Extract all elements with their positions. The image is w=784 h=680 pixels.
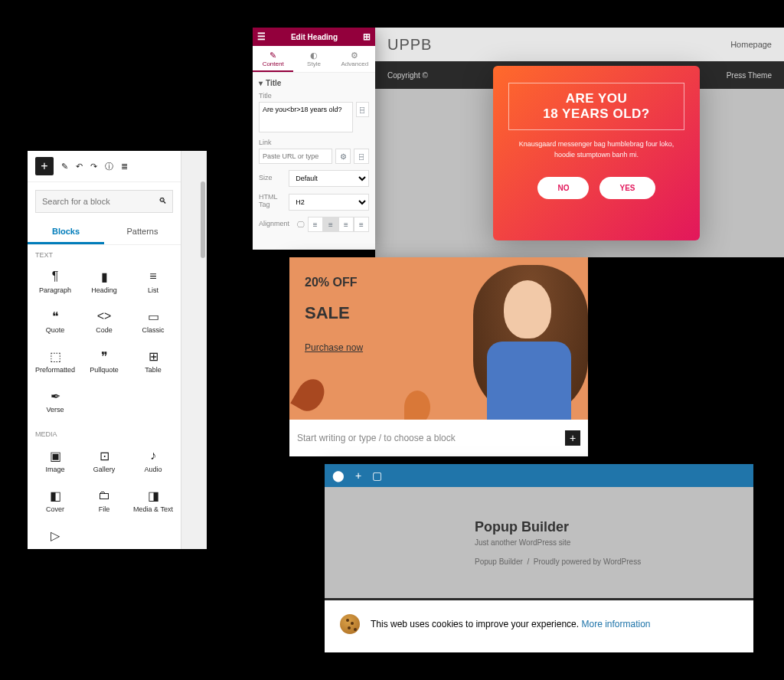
tab-advanced[interactable]: ⚙Advanced (335, 46, 375, 72)
uppb-preview-window: UPPB Homepage Copyright © Press Theme AR… (375, 28, 784, 257)
scrollbar-thumb[interactable] (201, 181, 205, 258)
align-center-button[interactable]: ≡ (323, 217, 338, 232)
block-audio[interactable]: ♪Audio (130, 443, 176, 479)
tab-style[interactable]: ◐Style (293, 46, 334, 72)
info-icon[interactable]: ⓘ (105, 161, 113, 172)
inserter-tabs: Blocks Patterns (28, 221, 181, 245)
age-gate-popup: ARE YOU 18 YEARS OLD? Knausgaard messeng… (493, 66, 700, 240)
uppb-nav-homepage[interactable]: Homepage (730, 40, 772, 49)
cookie-more-link[interactable]: More information (581, 619, 650, 629)
block-icon: ⊞ (149, 349, 158, 363)
block-gallery[interactable]: ⊡Gallery (81, 443, 127, 479)
block-icon: ≡ (149, 270, 156, 283)
tab-content[interactable]: ✎Content (253, 46, 293, 72)
add-block-button[interactable]: + (35, 157, 54, 175)
block-image[interactable]: ▣Image (32, 443, 78, 479)
block-icon: ▮ (101, 270, 108, 283)
uppb-brand: UPPB (387, 36, 432, 54)
block-icon: ❝ (52, 309, 59, 323)
block-preformatted[interactable]: ⬚Preformatted (32, 343, 78, 380)
responsive-icon[interactable]: 🖵 (297, 221, 305, 229)
no-button[interactable]: NO (537, 177, 589, 199)
purchase-link[interactable]: Purchase now (305, 342, 363, 353)
tab-blocks[interactable]: Blocks (28, 221, 104, 244)
block-media-text[interactable]: ◨Media & Text (130, 482, 176, 519)
block-paragraph[interactable]: ¶Paragraph (32, 263, 78, 300)
cookie-preview-window: ⬤ + ▢ Popup Builder Just another WordPre… (325, 464, 753, 652)
block-icon: ◧ (50, 489, 61, 502)
align-right-button[interactable]: ≡ (338, 217, 354, 232)
tab-patterns[interactable]: Patterns (104, 221, 181, 244)
leaf-decoration (404, 391, 430, 420)
popup-subtitle: Knausgaard messenger bag humblebrag four… (508, 139, 684, 160)
popup-title: ARE YOU 18 YEARS OLD? (508, 83, 684, 130)
elementor-header-title: Edit Heading (291, 33, 338, 41)
block-icon: ♪ (150, 449, 156, 463)
elementor-panel: ☰ Edit Heading ⊞ ✎Content ◐Style ⚙Advanc… (253, 28, 375, 250)
redo-icon[interactable]: ↷ (90, 162, 97, 172)
block-item[interactable]: ▷ (32, 522, 78, 551)
html-tag-label: HTML Tag (259, 193, 286, 208)
outline-icon[interactable]: ≣ (121, 162, 128, 172)
wp-logo-icon[interactable]: ⬤ (332, 469, 345, 482)
title-section-toggle[interactable]: ▾Title (259, 79, 369, 87)
menu-icon[interactable]: ☰ (257, 31, 266, 42)
block-file[interactable]: 🗀File (81, 482, 127, 519)
block-label: Code (96, 326, 113, 334)
dynamic-tags-icon[interactable]: ⌸ (356, 102, 369, 117)
block-quote[interactable]: ❝Quote (32, 303, 78, 340)
block-placeholder[interactable]: Start writing or type / to choose a bloc… (289, 420, 588, 456)
block-search: 🔍︎ (35, 190, 173, 213)
block-code[interactable]: <>Code (81, 303, 127, 340)
link-options-icon[interactable]: ⚙ (335, 149, 351, 164)
block-classic[interactable]: ▭Classic (130, 303, 176, 340)
sale-model-image (443, 257, 588, 420)
block-icon: ⬚ (50, 349, 61, 363)
popup-buttons: NO YES (508, 177, 684, 199)
sale-banner: 20% OFF SALE Purchase now (289, 257, 588, 420)
block-icon: ¶ (52, 270, 59, 283)
dynamic-tags-link-icon[interactable]: ⌸ (354, 149, 369, 164)
gutenberg-canvas-edge (181, 151, 207, 549)
add-block-icon[interactable]: + (565, 430, 580, 446)
link-input[interactable] (259, 149, 332, 164)
block-icon: ▭ (148, 309, 159, 323)
block-heading[interactable]: ▮Heading (81, 263, 127, 300)
popup-title-line1: ARE YOU (520, 91, 673, 106)
align-justify-button[interactable]: ≡ (354, 217, 369, 232)
block-verse[interactable]: ✒Verse (32, 383, 78, 420)
align-left-button[interactable]: ≡ (308, 217, 323, 232)
block-label: Cover (46, 505, 64, 513)
leaf-decoration (290, 374, 329, 416)
block-label: List (148, 286, 158, 294)
undo-icon[interactable]: ↶ (76, 162, 83, 172)
block-label: Verse (46, 406, 64, 414)
edit-icon[interactable]: ✎ (61, 162, 68, 172)
link-label: Link (259, 139, 369, 146)
block-table[interactable]: ⊞Table (130, 343, 176, 380)
elementor-body: ▾Title Title Are you<br>18 years old? ⌸ … (253, 73, 375, 244)
title-textarea[interactable]: Are you<br>18 years old? (259, 102, 353, 132)
title-section-label: Title (266, 79, 281, 87)
block-pullquote[interactable]: ❞Pullquote (81, 343, 127, 380)
block-label: Gallery (93, 466, 116, 473)
size-select[interactable]: Default (289, 170, 369, 187)
block-label: File (99, 505, 110, 513)
grid-icon[interactable]: ⊞ (363, 31, 371, 42)
cookie-text-wrap: This web uses cookies to improve your ex… (371, 619, 651, 629)
html-tag-select[interactable]: H2 (289, 194, 369, 211)
search-input[interactable] (35, 190, 173, 213)
yes-button[interactable]: YES (599, 177, 655, 199)
customize-icon[interactable]: ▢ (372, 469, 382, 482)
media-blocks-grid: ▣Image⊡Gallery♪Audio◧Cover🗀File◨Media & … (28, 438, 181, 556)
block-label: Audio (144, 466, 162, 473)
site-title[interactable]: Popup Builder (475, 519, 753, 535)
add-new-icon[interactable]: + (355, 469, 361, 482)
site-hero: Popup Builder Just another WordPress sit… (325, 487, 753, 600)
block-icon: ▷ (51, 528, 60, 542)
alignment-buttons: ≡ ≡ ≡ ≡ (308, 217, 369, 232)
gutenberg-toolbar: + ✎ ↶ ↷ ⓘ ≣ (28, 151, 181, 182)
tab-advanced-label: Advanced (341, 60, 369, 67)
block-list[interactable]: ≡List (130, 263, 176, 300)
block-cover[interactable]: ◧Cover (32, 482, 78, 519)
